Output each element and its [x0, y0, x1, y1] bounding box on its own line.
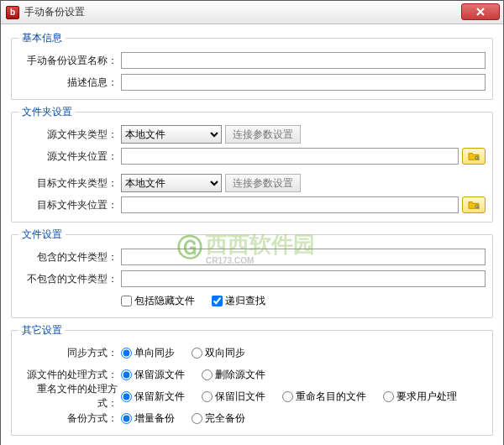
group-other: 其它设置 同步方式： 单向同步 双向同步 源文件的处理方式： 保留源文件 删除源…: [11, 323, 493, 436]
backup-name-input[interactable]: [121, 52, 486, 69]
dst-conn-button[interactable]: 连接参数设置: [225, 174, 301, 192]
dst-browse-button[interactable]: [462, 196, 486, 213]
include-input[interactable]: [121, 249, 486, 265]
desc-label: 描述信息：: [18, 76, 121, 90]
incremental-radio[interactable]: 增量备份: [121, 411, 175, 426]
exclude-label: 不包含的文件类型：: [18, 272, 121, 286]
src-browse-button[interactable]: [462, 148, 486, 165]
folder-open-icon: [468, 200, 480, 210]
src-conn-button[interactable]: 连接参数设置: [225, 125, 301, 144]
hidden-files-checkbox[interactable]: 包括隐藏文件: [121, 294, 195, 308]
dst-path-label: 目标文件夹位置：: [18, 198, 121, 212]
sync-label: 同步方式：: [18, 346, 121, 360]
dialog-window: b 手动备份设置 Ⓖ 西西软件园 CR173.COM 基本信息 手动备份设置名称…: [0, 0, 504, 445]
rename-dest-radio[interactable]: 重命名目的文件: [282, 390, 366, 404]
app-icon: b: [6, 6, 19, 19]
src-type-label: 源文件夹类型：: [18, 128, 121, 142]
dst-type-combo[interactable]: 本地文件: [121, 174, 222, 192]
hidden-files-label: 包括隐藏文件: [134, 294, 195, 308]
dst-type-label: 目标文件夹类型：: [18, 176, 121, 191]
name-label: 手动备份设置名称：: [18, 54, 121, 68]
src-type-combo[interactable]: 本地文件: [121, 125, 222, 144]
titlebar[interactable]: b 手动备份设置: [1, 1, 503, 24]
keep-new-radio[interactable]: 保留新文件: [121, 390, 185, 404]
recurse-checkbox[interactable]: 递归查找: [212, 294, 265, 308]
folder-open-icon: [468, 151, 480, 161]
hidden-files-checkbox-input[interactable]: [121, 296, 132, 306]
recurse-label: 递归查找: [225, 294, 265, 308]
src-path-label: 源文件夹位置：: [18, 149, 121, 164]
dup-label: 重名文件的处理方式：: [18, 382, 121, 411]
window-title: 手动备份设置: [24, 5, 85, 19]
group-basic: 基本信息 手动备份设置名称： 描述信息：: [11, 31, 493, 100]
sync-radio-group: 单向同步 双向同步: [121, 346, 486, 360]
group-basic-legend: 基本信息: [18, 31, 66, 45]
src-path-input[interactable]: [121, 148, 459, 165]
group-other-legend: 其它设置: [18, 323, 66, 338]
group-file-legend: 文件设置: [18, 228, 66, 242]
backup-mode-label: 备份方式：: [18, 411, 121, 426]
exclude-input[interactable]: [121, 270, 486, 287]
keep-source-radio[interactable]: 保留源文件: [121, 368, 185, 382]
dst-path-input[interactable]: [121, 196, 459, 213]
recurse-checkbox-input[interactable]: [212, 296, 223, 306]
group-file: 文件设置 包含的文件类型： 不包含的文件类型： 包括隐藏文件 递归查找: [11, 228, 493, 318]
ask-user-radio[interactable]: 要求用户处理: [383, 390, 457, 404]
dup-radio-group: 保留新文件 保留旧文件 重命名目的文件 要求用户处理: [121, 390, 486, 404]
include-label: 包含的文件类型：: [18, 250, 121, 264]
group-folder-legend: 文件夹设置: [18, 105, 76, 119]
sync-oneway-radio[interactable]: 单向同步: [121, 346, 175, 360]
client-area: Ⓖ 西西软件园 CR173.COM 基本信息 手动备份设置名称： 描述信息： 文…: [1, 24, 503, 445]
group-folder: 文件夹设置 源文件夹类型： 本地文件 连接参数设置 源文件夹位置： 目标文件夹类…: [11, 105, 493, 222]
close-button[interactable]: [461, 3, 500, 20]
src-handle-label: 源文件的处理方式：: [18, 368, 121, 382]
src-handle-radio-group: 保留源文件 删除源文件: [121, 368, 486, 382]
sync-twoway-radio[interactable]: 双向同步: [192, 346, 245, 360]
desc-input[interactable]: [121, 74, 486, 91]
keep-old-radio[interactable]: 保留旧文件: [202, 390, 265, 404]
close-icon: [476, 8, 485, 16]
full-backup-radio[interactable]: 完全备份: [192, 411, 245, 426]
delete-source-radio[interactable]: 删除源文件: [202, 368, 265, 382]
backup-mode-radio-group: 增量备份 完全备份: [121, 411, 486, 426]
